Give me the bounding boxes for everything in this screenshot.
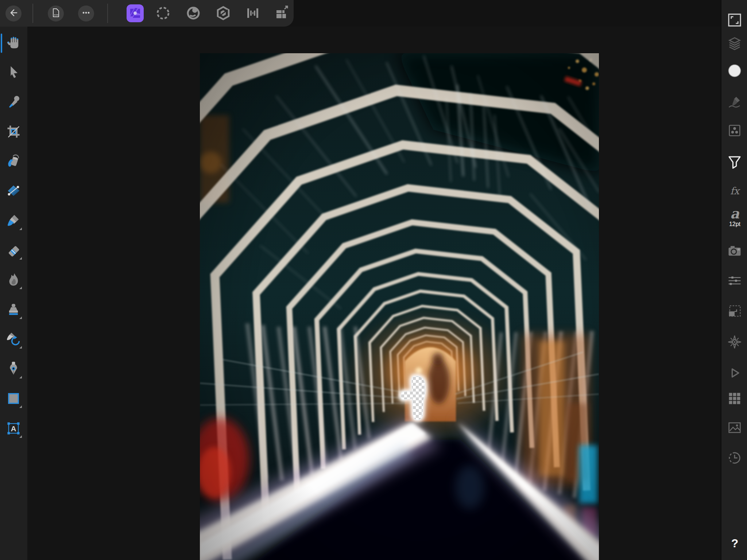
studio-color[interactable]	[725, 62, 744, 81]
export-persona[interactable]	[273, 5, 290, 22]
eraser-icon	[5, 242, 22, 260]
studio-navigator[interactable]	[725, 334, 744, 352]
canvas-area[interactable]	[27, 27, 720, 560]
filter-funnel-icon	[726, 154, 743, 172]
rectangle-icon	[5, 390, 22, 408]
toolbar-divider	[107, 4, 108, 23]
back-arrow-icon	[8, 7, 19, 20]
paint-bucket-icon	[5, 153, 22, 171]
selected-tool-indicator	[1, 34, 2, 53]
text-tool[interactable]: A	[3, 419, 24, 439]
hand-icon	[5, 34, 22, 52]
pen-tool[interactable]	[3, 359, 24, 380]
flood-fill-tool[interactable]	[3, 152, 24, 172]
color-picker-tool[interactable]	[3, 92, 24, 113]
text-style-icon: a	[721, 207, 747, 220]
studio-image[interactable]	[725, 419, 744, 438]
layers-icon	[727, 36, 743, 53]
tools-sidebar: A	[0, 27, 27, 560]
brush-icon	[5, 213, 22, 230]
develop-hexagon-icon	[216, 5, 231, 22]
dashed-circle-icon	[155, 5, 171, 22]
crop-icon	[5, 124, 22, 141]
help-button[interactable]: ?	[721, 534, 747, 552]
back-button[interactable]	[5, 5, 22, 22]
liquify-persona[interactable]	[185, 5, 202, 22]
pen-nib-icon	[5, 361, 22, 378]
shape-tool[interactable]	[3, 389, 24, 409]
export-tiles-icon	[274, 5, 289, 22]
burn-tool[interactable]	[3, 270, 24, 291]
studio-text[interactable]: a 12pt	[721, 207, 747, 228]
studio-history[interactable]	[725, 450, 744, 468]
stamp-icon	[5, 302, 22, 319]
grid-icon	[727, 390, 743, 408]
studio-brushes[interactable]	[725, 94, 744, 112]
sliders-icon	[727, 273, 743, 290]
expand-icon	[726, 12, 743, 30]
text-size-label: 12pt	[721, 221, 747, 228]
studio-resize[interactable]	[725, 303, 744, 321]
image-icon	[727, 420, 743, 437]
histogram-bars-icon	[245, 5, 260, 22]
compass-star-icon	[727, 334, 743, 351]
color-circle-icon	[727, 63, 743, 80]
app-window: A	[0, 0, 747, 560]
clone-tool[interactable]	[3, 300, 24, 320]
gradient-tool[interactable]	[3, 181, 24, 202]
studio-expand[interactable]	[725, 12, 744, 30]
liquify-icon	[186, 5, 201, 22]
studio-grid[interactable]	[725, 390, 744, 408]
document-button[interactable]	[48, 5, 64, 22]
play-icon	[727, 365, 743, 382]
brushes-icon	[727, 94, 743, 112]
brush-undo-icon	[5, 331, 22, 349]
toolbar-divider	[32, 4, 33, 23]
swatches-icon	[727, 122, 743, 140]
studio-effects[interactable]: fx	[721, 182, 747, 200]
camera-icon	[727, 243, 743, 260]
studio-stock[interactable]	[725, 242, 744, 261]
tone-mapping-persona[interactable]	[244, 5, 261, 22]
svg-text:A: A	[11, 424, 16, 433]
flame-icon	[5, 272, 22, 289]
studio-swatches[interactable]	[725, 122, 744, 140]
crop-tool[interactable]	[3, 122, 24, 143]
more-button[interactable]	[78, 5, 94, 22]
document-icon	[51, 8, 61, 19]
canvas-image[interactable]	[200, 53, 599, 560]
ellipsis-icon	[81, 8, 91, 19]
erase-tool[interactable]	[3, 241, 24, 261]
studio-macro[interactable]	[725, 365, 744, 383]
photo-persona[interactable]	[127, 5, 144, 22]
selections-persona[interactable]	[154, 5, 171, 22]
paint-brush-tool[interactable]	[3, 211, 24, 232]
text-frame-icon: A	[5, 420, 22, 438]
fx-icon: fx	[730, 185, 739, 197]
develop-persona[interactable]	[214, 5, 232, 22]
studio-adjustments[interactable]	[725, 272, 744, 291]
affinity-photo-logo	[127, 4, 144, 23]
view-tool[interactable]	[3, 33, 24, 53]
gradient-icon	[5, 183, 22, 200]
studio-panel: fx a 12pt	[720, 0, 747, 560]
top-toolbar	[0, 0, 747, 27]
move-tool[interactable]	[3, 63, 24, 83]
undo-brush-tool[interactable]	[3, 330, 24, 350]
resize-document-icon	[727, 303, 743, 320]
help-icon: ?	[731, 537, 739, 550]
studio-filter[interactable]	[725, 154, 744, 172]
history-clock-icon	[727, 450, 743, 467]
studio-layers[interactable]	[725, 35, 744, 54]
cursor-icon	[5, 64, 22, 82]
eyedropper-icon	[5, 94, 22, 111]
